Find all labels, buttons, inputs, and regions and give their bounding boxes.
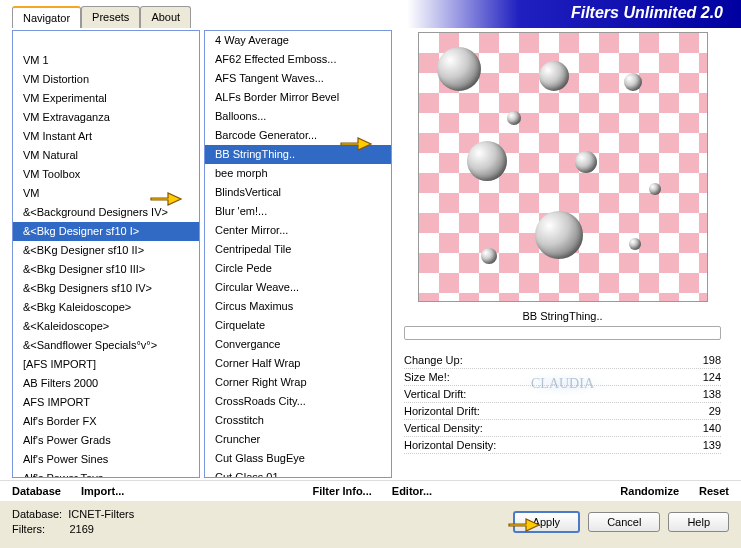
param-name: Vertical Density:	[404, 422, 483, 434]
list-item[interactable]: AF62 Effected Emboss...	[205, 50, 391, 69]
editor-button[interactable]: Editor...	[392, 485, 432, 497]
param-row[interactable]: Size Me!:124	[404, 369, 721, 386]
list-item[interactable]: &<Background Designers IV>	[13, 203, 199, 222]
param-value: 124	[703, 371, 721, 383]
list-item[interactable]: Circle Pede	[205, 259, 391, 278]
footer: Database: ICNET-Filters Filters: 2169 Ap…	[0, 501, 741, 543]
list-item[interactable]: BlindsVertical	[205, 183, 391, 202]
param-name: Size Me!:	[404, 371, 450, 383]
database-button[interactable]: Database	[12, 485, 61, 497]
list-item[interactable]: Alf's Power Grads	[13, 431, 199, 450]
filter-list[interactable]: 4 Way AverageAF62 Effected Emboss...AFS …	[204, 30, 392, 478]
tab-about[interactable]: About	[140, 6, 191, 28]
footer-buttons: Apply Cancel Help	[513, 511, 729, 533]
parameter-list: CLAUDIA Change Up:198Size Me!:124Vertica…	[404, 352, 721, 454]
list-item[interactable]: VM	[13, 184, 199, 203]
progress-bar	[404, 326, 721, 340]
list-item[interactable]: VM Extravaganza	[13, 108, 199, 127]
list-item[interactable]: &<BKg Designer sf10 II>	[13, 241, 199, 260]
list-item[interactable]: ALFs Border Mirror Bevel	[205, 88, 391, 107]
list-item[interactable]: AFS IMPORT	[13, 393, 199, 412]
list-item[interactable]: CrossRoads City...	[205, 392, 391, 411]
list-item[interactable]: &<Bkg Kaleidoscope>	[13, 298, 199, 317]
param-name: Change Up:	[404, 354, 463, 366]
db-value: ICNET-Filters	[68, 508, 134, 520]
filters-count-label: Filters:	[12, 523, 45, 535]
help-button[interactable]: Help	[668, 512, 729, 532]
list-item[interactable]: VM Toolbox	[13, 165, 199, 184]
preview-panel: BB StringThing.. CLAUDIA Change Up:198Si…	[396, 30, 729, 480]
list-item[interactable]: Convergance	[205, 335, 391, 354]
preview-image	[418, 32, 708, 302]
tabs: NavigatorPresetsAbout	[12, 6, 191, 28]
list-item[interactable]: Cut Glass BugEye	[205, 449, 391, 468]
list-item[interactable]: VM Distortion	[13, 70, 199, 89]
list-item[interactable]: Barcode Generator...	[205, 126, 391, 145]
param-row[interactable]: Horizontal Density:139	[404, 437, 721, 454]
param-row[interactable]: Vertical Density:140	[404, 420, 721, 437]
import-button[interactable]: Import...	[81, 485, 124, 497]
selected-filter-label: BB StringThing..	[398, 310, 727, 322]
apply-button[interactable]: Apply	[513, 511, 581, 533]
list-item[interactable]: Centripedal Tile	[205, 240, 391, 259]
list-item[interactable]: AFS Tangent Waves...	[205, 69, 391, 88]
list-item[interactable]: VM Instant Art	[13, 127, 199, 146]
toolbar: Database Import... Filter Info... Editor…	[0, 480, 741, 501]
tab-presets[interactable]: Presets	[81, 6, 140, 28]
list-item[interactable]: Circus Maximus	[205, 297, 391, 316]
list-item[interactable]: Cut Glass 01	[205, 468, 391, 478]
param-row[interactable]: Change Up:198	[404, 352, 721, 369]
filters-count-value: 2169	[69, 523, 93, 535]
tab-navigator[interactable]: Navigator	[12, 6, 81, 28]
footer-info: Database: ICNET-Filters Filters: 2169	[12, 507, 134, 537]
randomize-button[interactable]: Randomize	[620, 485, 679, 497]
list-item[interactable]: &<Bkg Designer sf10 I>	[13, 222, 199, 241]
list-item[interactable]: &<Bkg Designer sf10 III>	[13, 260, 199, 279]
reset-button[interactable]: Reset	[699, 485, 729, 497]
param-value: 29	[709, 405, 721, 417]
category-list[interactable]: VM 1VM DistortionVM ExperimentalVM Extra…	[12, 30, 200, 478]
list-item[interactable]: Center Mirror...	[205, 221, 391, 240]
list-item[interactable]: VM Experimental	[13, 89, 199, 108]
filter-info-button[interactable]: Filter Info...	[313, 485, 372, 497]
list-item[interactable]: Circular Weave...	[205, 278, 391, 297]
list-item[interactable]: Blur 'em!...	[205, 202, 391, 221]
list-item[interactable]: VM 1	[13, 51, 199, 70]
param-row[interactable]: Horizontal Drift:29	[404, 403, 721, 420]
list-item[interactable]: VM Natural	[13, 146, 199, 165]
param-name: Vertical Drift:	[404, 388, 466, 400]
param-value: 140	[703, 422, 721, 434]
list-item[interactable]: Alf's Power Toys	[13, 469, 199, 478]
list-item[interactable]: &<Sandflower Specials°v°>	[13, 336, 199, 355]
list-item[interactable]: Alf's Border FX	[13, 412, 199, 431]
list-item[interactable]: AB Filters 2000	[13, 374, 199, 393]
list-item[interactable]: Balloons...	[205, 107, 391, 126]
cancel-button[interactable]: Cancel	[588, 512, 660, 532]
list-item[interactable]: Cruncher	[205, 430, 391, 449]
list-item[interactable]: BB StringThing..	[205, 145, 391, 164]
list-item[interactable]: &<Bkg Designers sf10 IV>	[13, 279, 199, 298]
param-value: 138	[703, 388, 721, 400]
param-name: Horizontal Density:	[404, 439, 496, 451]
main-panel: VM 1VM DistortionVM ExperimentalVM Extra…	[0, 28, 741, 480]
list-item[interactable]: [AFS IMPORT]	[13, 355, 199, 374]
db-label: Database:	[12, 508, 62, 520]
param-value: 139	[703, 439, 721, 451]
list-item[interactable]: bee morph	[205, 164, 391, 183]
list-item[interactable]: Corner Right Wrap	[205, 373, 391, 392]
param-name: Horizontal Drift:	[404, 405, 480, 417]
list-item[interactable]: Cirquelate	[205, 316, 391, 335]
list-item[interactable]: 4 Way Average	[205, 31, 391, 50]
header: NavigatorPresetsAbout Filters Unlimited …	[0, 0, 741, 28]
list-item[interactable]: Alf's Power Sines	[13, 450, 199, 469]
app-title: Filters Unlimited 2.0	[571, 4, 723, 22]
list-item[interactable]: Corner Half Wrap	[205, 354, 391, 373]
param-value: 198	[703, 354, 721, 366]
list-item[interactable]: Crosstitch	[205, 411, 391, 430]
param-row[interactable]: Vertical Drift:138	[404, 386, 721, 403]
list-item[interactable]: &<Kaleidoscope>	[13, 317, 199, 336]
